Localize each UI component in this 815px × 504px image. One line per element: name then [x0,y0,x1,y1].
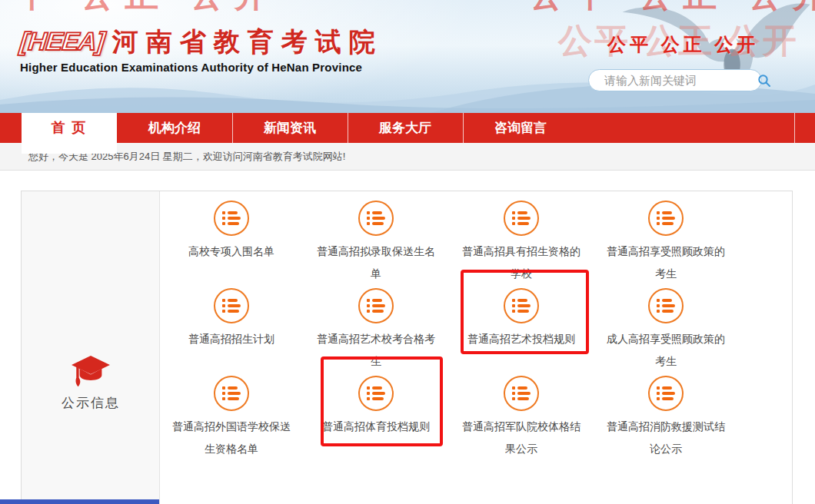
grid-item-label: 普通高招体育投档规则 [313,416,439,438]
search-button[interactable] [757,70,771,91]
list-icon [504,376,539,411]
nav-separator [348,113,348,143]
grid-item-label: 普通高招招生计划 [168,328,294,350]
greeting-bar: 您好，今天是 2025年6月24日 星期二，欢迎访问河南省教育考试院网站! [0,143,815,171]
content-panel: 公示信息 高校专项入围名单 普通高招拟录取保送生名单 [21,191,793,504]
site-logo[interactable]: HEEA 河南省教育考试院 Higher Education Examinati… [20,26,383,74]
logo-acronym: HEEA [18,26,106,57]
list-icon [504,288,539,323]
grid-item-label: 高校专项入围名单 [168,240,294,263]
graduation-cap-icon [70,354,111,391]
grid-item[interactable]: 普通高招体育投档规则 [313,376,439,438]
site-title: 河南省教育考试院 [112,26,383,57]
grid-item[interactable]: 普通高招具有招生资格的学校 [458,201,584,285]
grid-item[interactable]: 普通高招享受照顾政策的考生 [603,201,729,285]
nav-separator [463,113,464,143]
list-icon [358,201,394,236]
grid-item[interactable]: 普通高招拟录取保送生名单 [313,201,439,285]
list-icon [648,288,684,323]
grid-item-label: 普通高招艺术校考合格考生 [313,328,439,373]
sidebar-item-public-info[interactable]: 公示信息 [22,191,160,504]
grid-item[interactable]: 普通高招外国语学校保送生资格名单 [168,376,294,460]
grid-item-label: 普通高招消防救援测试结论公示 [603,416,729,460]
grid-item[interactable]: 普通高招消防救援测试结论公示 [603,376,729,460]
page: 公平 公正 公开 公平 公正 公开 公平 公正 公开 公平 公正 公开 HEEA… [0,0,815,504]
grid-item-label: 普通高招具有招生资格的学校 [458,240,584,285]
list-icon [504,201,539,236]
list-icon [648,376,684,411]
site-subtitle: Higher Education Examinations Authority … [20,61,383,74]
grid-item-label: 普通高招享受照顾政策的考生 [603,240,729,285]
main-navigation: 首 页机构介绍新闻资讯服务大厅咨询留言 [0,113,815,143]
search-input[interactable] [604,74,757,87]
grid-item-label: 成人高招享受照顾政策的考生 [603,328,729,373]
grid-item[interactable]: 高校专项入围名单 [168,201,294,263]
nav-separator [794,113,795,143]
grid-item-label: 普通高招艺术投档规则 [458,328,584,350]
grid-item[interactable]: 成人高招享受照顾政策的考生 [603,288,729,373]
list-icon [358,288,394,323]
list-icon [358,376,394,411]
nav-tab-4[interactable]: 咨询留言 [463,113,578,143]
sidebar-item-label: 公示信息 [22,394,160,412]
nav-tab-3[interactable]: 服务大厅 [348,113,463,143]
grid-item-label: 普通高招外国语学校保送生资格名单 [168,416,294,460]
list-icon [214,288,249,323]
list-icon [214,376,249,411]
list-icon [214,201,249,236]
footer-strip [0,499,159,504]
search-icon [757,74,771,88]
grid-item[interactable]: 普通高招艺术投档规则 [458,288,584,350]
grid-item[interactable]: 普通高招艺术校考合格考生 [313,288,439,373]
nav-tab-0[interactable]: 首 页 [22,113,117,154]
list-icon [648,201,684,236]
grid-item-label: 普通高招军队院校体格结果公示 [458,416,584,460]
nav-tab-1[interactable]: 机构介绍 [117,113,232,143]
news-search-box [588,69,762,91]
grid-item[interactable]: 普通高招军队院校体格结果公示 [458,376,584,460]
nav-tab-2[interactable]: 新闻资讯 [232,113,348,143]
grid-item[interactable]: 普通高招招生计划 [168,288,294,350]
header-banner: 公平 公正 公开 公平 公正 公开 公平 公正 公开 公平 公正 公开 HEEA… [0,0,815,113]
nav-separator [232,113,233,143]
grid-item-label: 普通高招拟录取保送生名单 [313,240,439,285]
